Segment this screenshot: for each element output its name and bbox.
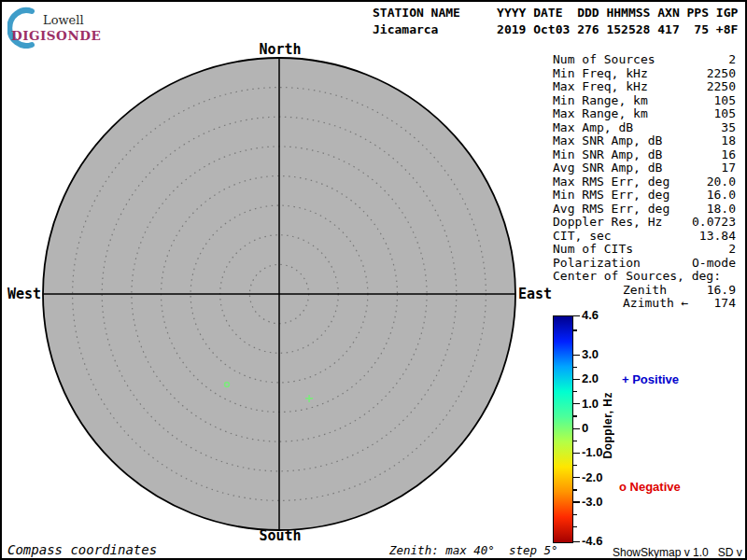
colorbar-minor-tick — [573, 465, 577, 466]
stat-value — [721, 270, 736, 284]
stat-label: Azimuth ← — [623, 297, 688, 311]
stat-value: 16 — [662, 148, 736, 162]
stat-value: 17 — [662, 161, 736, 175]
colorbar-major-tick — [573, 541, 580, 542]
compass-label-south: South — [253, 527, 307, 544]
footer-version-note: ShowSkymap v 1.0 SD v 4.2 — [613, 546, 747, 559]
stat-label: Max Amp, dB — [553, 121, 633, 135]
colorbar-major-tick — [573, 315, 580, 316]
stat-value: 2 — [655, 53, 736, 67]
stat-value: 2250 — [648, 80, 736, 94]
colorbar-tick-label: 1.0 — [582, 397, 599, 411]
colorbar-minor-tick — [573, 441, 577, 441]
stat-label: Max Freq, kHz — [553, 80, 648, 94]
stat-value: 35 — [633, 121, 736, 135]
station-header-row2: Jicamarca 2019 Oct03 276 152528 417 75 +… — [373, 22, 738, 36]
colorbar-tick-label: -3.0 — [582, 495, 602, 509]
stat-value: 20.0 — [669, 175, 736, 189]
colorbar-minor-tick — [573, 415, 577, 416]
stat-label: Min Freq, kHz — [553, 67, 648, 81]
stat-row: Avg SNR Amp, dB17 — [553, 161, 736, 175]
logo-brand-bottom: DIGISONDE — [11, 28, 101, 43]
colorbar-tick-label: 0 — [582, 421, 588, 435]
stat-value: 2250 — [648, 67, 736, 81]
stat-row: Max RMS Err, deg20.0 — [553, 175, 736, 189]
stat-row: Max Freq, kHz2250 — [553, 80, 736, 94]
stat-label: Doppler Res, Hz — [553, 216, 662, 230]
colorbar-tick-label: 4.6 — [582, 308, 599, 322]
colorbar-minor-tick — [573, 329, 577, 330]
colorbar-tick-label: 3.0 — [582, 347, 599, 361]
stat-row: CIT, sec13.84 — [553, 230, 736, 244]
stat-row: Max Range, km105 — [553, 107, 736, 121]
stat-row: Zenith16.9 — [553, 284, 736, 298]
colorbar-minor-tick — [573, 391, 577, 392]
stat-label: Max Range, km — [553, 107, 648, 121]
stat-row: Min SNR Amp, dB16 — [553, 148, 736, 162]
stat-value: 0.0723 — [662, 216, 736, 230]
colorbar-major-tick — [573, 477, 580, 478]
stat-value: 2 — [633, 243, 736, 257]
colorbar-major-tick — [573, 453, 580, 454]
stat-label: CIT, sec — [553, 230, 612, 244]
stat-value: 18.0 — [669, 203, 736, 217]
stat-row: Avg RMS Err, deg18.0 — [553, 203, 736, 217]
logo-brand-top: Lowell — [43, 13, 84, 27]
colorbar-minor-tick — [573, 526, 577, 527]
compass-label-north: North — [253, 41, 307, 58]
stat-row: Doppler Res, Hz0.0723 — [553, 216, 736, 230]
stat-label: Min Range, km — [553, 94, 648, 108]
colorbar-tick-label: 2.0 — [582, 371, 599, 385]
compass-label-west: West — [6, 286, 41, 302]
stat-row: Azimuth ←174 — [553, 297, 736, 311]
stat-value: 13.84 — [612, 230, 736, 244]
compass-label-east: East — [518, 286, 552, 302]
stat-row: Max SNR Amp, dB18 — [553, 134, 736, 148]
colorbar-minor-tick — [573, 514, 577, 515]
stats-panel: Num of Sources2Min Freq, kHz2250Max Freq… — [553, 53, 736, 311]
legend-positive: + Positive — [622, 372, 679, 386]
legend-negative: o Negative — [619, 480, 681, 494]
station-header: STATION NAME YYYY DATE DDD HHMMSS AXN PP… — [373, 5, 738, 38]
colorbar-major-tick — [573, 428, 580, 429]
stat-label: Min SNR Amp, dB — [553, 148, 662, 162]
stat-row: Min Freq, kHz2250 — [553, 67, 736, 81]
stat-label: Avg SNR Amp, dB — [553, 161, 662, 175]
stat-label: Num of Sources — [553, 53, 655, 67]
stat-row: Min RMS Err, deg16.0 — [553, 189, 736, 203]
colorbar-major-tick — [573, 379, 580, 380]
footer-coordinates-note: Compass coordinates — [7, 542, 157, 557]
stat-value: 16.0 — [669, 189, 736, 203]
footer-zenith-note: Zenith: max 40° step 5° — [389, 543, 558, 557]
stat-label: Polarization — [553, 257, 641, 271]
stat-value: 18 — [662, 134, 736, 148]
stat-row: Max Amp, dB35 — [553, 121, 736, 135]
stat-value: 105 — [648, 107, 736, 121]
stat-label: Min RMS Err, deg — [553, 189, 669, 203]
station-header-row1: STATION NAME YYYY DATE DDD HHMMSS AXN PP… — [373, 6, 738, 20]
stat-row: Center of Sources, deg: — [553, 270, 736, 284]
stat-label: Num of CITs — [553, 243, 633, 257]
colorbar-tick-label: -4.6 — [582, 534, 602, 548]
stat-row: Min Range, km105 — [553, 94, 736, 108]
stat-value: 174 — [688, 297, 736, 311]
stat-value: O-mode — [641, 257, 736, 271]
colorbar-minor-tick — [573, 489, 577, 490]
stat-row: PolarizationO-mode — [553, 257, 736, 271]
stat-label: Max RMS Err, deg — [553, 175, 669, 189]
colorbar-tick-label: -1.0 — [582, 445, 602, 459]
lowell-digisonde-logo: Lowell DIGISONDE — [7, 6, 120, 49]
colorbar-major-tick — [573, 403, 580, 404]
colorbar-tick-label: -2.0 — [582, 470, 602, 484]
colorbar-major-tick — [573, 355, 580, 356]
stat-label: Max SNR Amp, dB — [553, 134, 662, 148]
stat-label: Avg RMS Err, deg — [553, 203, 669, 217]
colorbar-axis-label: Doppler, Hz — [601, 392, 614, 459]
stat-label: Zenith — [623, 284, 667, 298]
stat-value: 16.9 — [667, 284, 736, 298]
stat-value: 105 — [648, 94, 736, 108]
colorbar-gradient — [553, 315, 573, 543]
colorbar-minor-tick — [573, 367, 577, 368]
colorbar-major-tick — [573, 501, 580, 502]
stat-label: Center of Sources, deg: — [553, 270, 721, 284]
